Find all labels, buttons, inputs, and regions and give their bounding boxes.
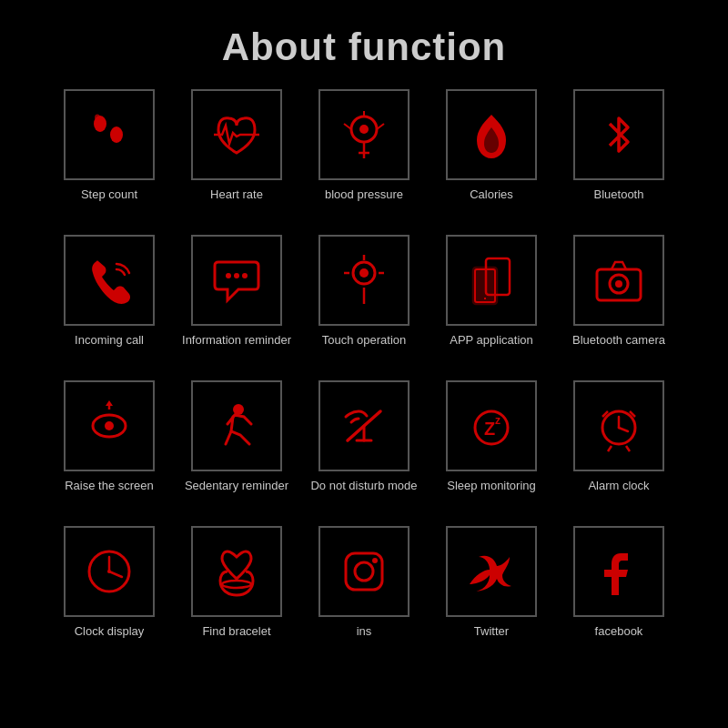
label-clock-display: Clock display [75, 624, 145, 640]
cell-bluetooth-camera: Bluetooth camera [560, 231, 678, 377]
icon-box-step-count [64, 89, 155, 180]
cell-calories: Calories [432, 86, 551, 231]
cell-step-count: Step count [50, 86, 168, 231]
label-bluetooth-camera: Bluetooth camera [572, 333, 665, 349]
cell-clock-display: Clock display [50, 522, 168, 668]
label-sedentary-reminder: Sedentary reminder [185, 479, 288, 494]
label-incoming-call: Incoming call [75, 333, 144, 349]
cell-incoming-call: Incoming call [50, 231, 168, 377]
label-heart-rate: Heart rate [210, 187, 263, 203]
label-app-application: APP application [450, 333, 533, 349]
label-do-not-disturb: Do not disturb mode [310, 479, 417, 494]
svg-point-47 [222, 581, 251, 588]
cell-facebook: facebook [560, 522, 678, 668]
label-touch-operation: Touch operation [322, 333, 407, 349]
cell-app-application: APP application [432, 231, 551, 377]
svg-point-50 [372, 558, 378, 563]
svg-text:Z: Z [484, 419, 495, 439]
cell-find-bracelet: Find bracelet [177, 522, 296, 668]
svg-line-41 [608, 446, 612, 451]
svg-point-11 [234, 273, 239, 278]
svg-line-42 [626, 446, 630, 451]
label-blood-pressure: blood pressure [325, 187, 403, 203]
label-ins: ins [357, 624, 372, 640]
label-facebook: facebook [595, 624, 643, 640]
icon-box-touch-operation [318, 235, 410, 326]
svg-point-2 [95, 115, 100, 121]
icon-box-blood-pressure [318, 89, 410, 180]
cell-heart-rate: Heart rate [177, 86, 296, 231]
cell-sedentary-reminder: Sedentary reminder [177, 377, 296, 522]
icon-box-clock-display [64, 526, 155, 617]
icon-box-sleep-monitoring: Zz [446, 380, 537, 471]
cell-information-reminder: Information reminder [177, 231, 296, 377]
function-grid: Step countHeart rateblood pressureCalori… [50, 86, 678, 668]
icon-box-find-bracelet [191, 526, 282, 617]
label-find-bracelet: Find bracelet [202, 624, 270, 640]
cell-alarm-clock: Alarm clock [560, 377, 678, 522]
icon-box-app-application [446, 235, 537, 326]
svg-point-1 [110, 126, 123, 143]
svg-point-25 [615, 280, 622, 288]
icon-box-twitter [446, 526, 537, 617]
icon-box-bluetooth-camera [573, 235, 664, 326]
svg-point-14 [359, 268, 369, 278]
icon-box-information-reminder [191, 235, 282, 326]
label-alarm-clock: Alarm clock [588, 479, 649, 494]
label-calories: Calories [470, 187, 513, 203]
icon-box-incoming-call [64, 235, 155, 326]
page-title: About function [222, 25, 507, 69]
label-information-reminder: Information reminder [182, 333, 291, 349]
icon-box-heart-rate [191, 89, 282, 180]
icon-box-ins [318, 526, 410, 617]
svg-point-12 [242, 273, 248, 278]
cell-do-not-disturb: Do not disturb mode [305, 377, 423, 522]
svg-point-4 [359, 125, 369, 134]
cell-raise-screen: Raise the screen [50, 377, 168, 522]
label-raise-screen: Raise the screen [65, 479, 154, 494]
label-step-count: Step count [81, 187, 137, 203]
icon-box-calories [446, 89, 537, 180]
icon-box-raise-screen [64, 380, 155, 471]
icon-box-facebook [573, 526, 664, 617]
cell-touch-operation: Touch operation [305, 231, 423, 377]
icon-box-bluetooth [573, 89, 664, 180]
cell-twitter: Twitter [432, 522, 551, 668]
svg-point-30 [233, 404, 244, 415]
svg-line-38 [619, 428, 628, 431]
label-bluetooth: Bluetooth [594, 187, 644, 203]
cell-blood-pressure: blood pressure [305, 86, 423, 231]
svg-point-27 [105, 421, 114, 430]
svg-text:z: z [495, 414, 500, 427]
svg-point-49 [355, 562, 373, 581]
svg-line-46 [109, 571, 122, 577]
label-sleep-monitoring: Sleep monitoring [447, 479, 536, 494]
cell-bluetooth: Bluetooth [560, 86, 678, 231]
cell-sleep-monitoring: ZzSleep monitoring [432, 377, 551, 522]
cell-ins: ins [305, 522, 423, 668]
icon-box-sedentary-reminder [191, 380, 282, 471]
svg-marker-29 [106, 400, 113, 406]
label-twitter: Twitter [474, 624, 509, 640]
svg-point-10 [226, 273, 231, 278]
icon-box-alarm-clock [573, 380, 664, 471]
icon-box-do-not-disturb [318, 380, 410, 471]
